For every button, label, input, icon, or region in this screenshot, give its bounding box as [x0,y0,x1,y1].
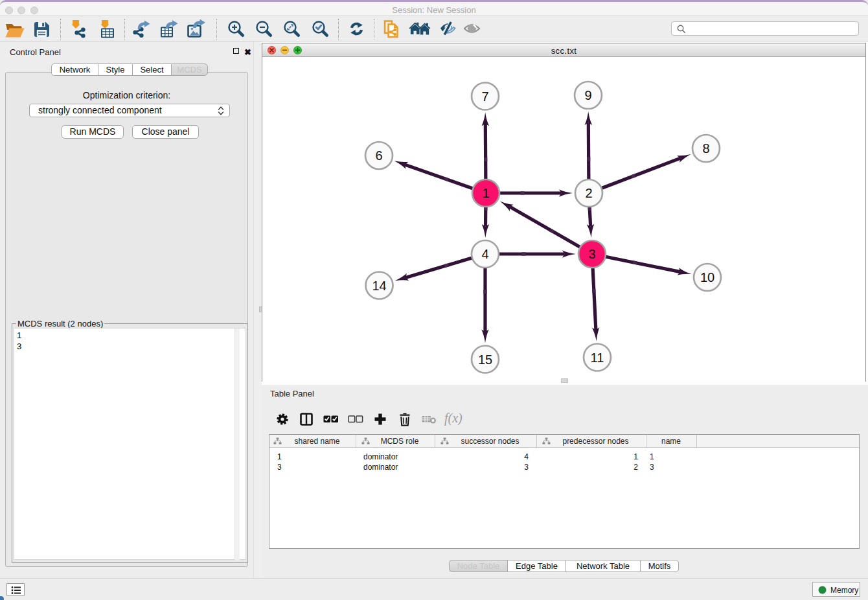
svg-text:3: 3 [588,247,595,261]
svg-text:1: 1 [482,186,489,200]
svg-text:11: 11 [591,351,604,365]
svg-text:6: 6 [375,148,382,163]
svg-text:7: 7 [481,89,488,104]
svg-text:14: 14 [372,279,386,293]
svg-text:8: 8 [702,141,709,156]
svg-text:9: 9 [584,88,591,102]
svg-text:10: 10 [700,270,714,284]
svg-text:4: 4 [481,247,488,261]
svg-text:15: 15 [478,352,492,367]
svg-text:2: 2 [585,186,592,200]
